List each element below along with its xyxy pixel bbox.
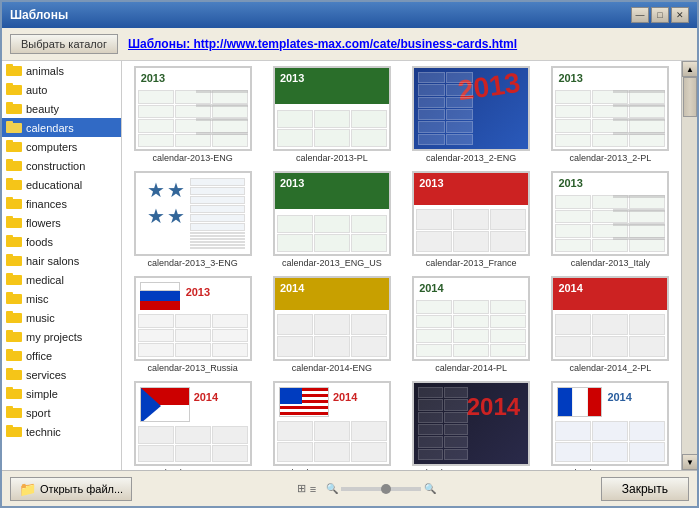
folder-icon bbox=[6, 386, 22, 401]
gallery-item[interactable]: ★★★★calendar-2013_3-ENG bbox=[127, 171, 258, 268]
sidebar-item-medical[interactable]: medical bbox=[2, 270, 121, 289]
svg-rect-13 bbox=[6, 178, 13, 182]
gallery-item[interactable]: 2013calendar-2013-ENG bbox=[127, 66, 258, 163]
gallery-item-label: calendar-2013_ENG_US bbox=[282, 258, 382, 268]
sidebar-item-label: music bbox=[26, 312, 55, 324]
svg-rect-21 bbox=[6, 254, 13, 258]
open-file-button[interactable]: 📁 Открыть файл... bbox=[10, 477, 132, 501]
folder-icon bbox=[6, 329, 22, 344]
svg-rect-29 bbox=[6, 330, 13, 334]
gallery-item[interactable]: 2013calendar-2013_ENG_US bbox=[266, 171, 397, 268]
scroll-track[interactable] bbox=[682, 77, 697, 454]
folder-icon bbox=[6, 272, 22, 287]
gallery-item[interactable]: 2014calendar-2014_CZ bbox=[127, 381, 258, 470]
sidebar-item-beauty[interactable]: beauty bbox=[2, 99, 121, 118]
sidebar-item-label: services bbox=[26, 369, 66, 381]
url-link[interactable]: Шаблоны: http://www.templates-max.com/ca… bbox=[128, 37, 517, 51]
svg-rect-9 bbox=[6, 140, 13, 144]
sidebar-item-label: misc bbox=[26, 293, 49, 305]
gallery-item[interactable]: 2014calendar-2014-PL bbox=[406, 276, 537, 373]
close-button[interactable]: Закрыть bbox=[601, 477, 689, 501]
scroll-thumb[interactable] bbox=[683, 77, 697, 117]
sidebar-item-office[interactable]: office bbox=[2, 346, 121, 365]
open-file-label: Открыть файл... bbox=[40, 483, 123, 495]
sidebar-item-construction[interactable]: construction bbox=[2, 156, 121, 175]
sidebar-item-misc[interactable]: misc bbox=[2, 289, 121, 308]
sidebar-item-music[interactable]: music bbox=[2, 308, 121, 327]
zoom-out-icon[interactable]: 🔍 bbox=[326, 483, 338, 494]
titlebar: Шаблоны — □ ✕ bbox=[2, 2, 697, 28]
sidebar-item-sport[interactable]: sport bbox=[2, 403, 121, 422]
sidebar-item-computers[interactable]: computers bbox=[2, 137, 121, 156]
toolbar: Выбрать каталог Шаблоны: http://www.temp… bbox=[2, 28, 697, 61]
gallery-item[interactable]: 2014calendar-2014_France bbox=[545, 381, 676, 470]
gallery-item[interactable]: 2013calendar-2013_2-PL bbox=[545, 66, 676, 163]
minimize-button[interactable]: — bbox=[631, 7, 649, 23]
thumbnail: 2014 bbox=[134, 381, 252, 466]
gallery-item-label: calendar-2013_2-PL bbox=[570, 153, 652, 163]
svg-rect-33 bbox=[6, 368, 13, 372]
thumbnail: 2013 bbox=[412, 66, 530, 151]
svg-rect-35 bbox=[6, 387, 13, 391]
gallery-item-label: calendar-2013_2-ENG bbox=[426, 153, 516, 163]
sidebar-item-educational[interactable]: educational bbox=[2, 175, 121, 194]
svg-rect-23 bbox=[6, 273, 13, 277]
gallery-grid: 2013calendar-2013-ENG2013calendar-2013-P… bbox=[127, 66, 676, 470]
maximize-button[interactable]: □ bbox=[651, 7, 669, 23]
thumbnail: 2014 bbox=[273, 276, 391, 361]
gallery-item[interactable]: 2013calendar-2013-PL bbox=[266, 66, 397, 163]
sidebar-item-my-projects[interactable]: my projects bbox=[2, 327, 121, 346]
folder-icon bbox=[6, 310, 22, 325]
select-folder-button[interactable]: Выбрать каталог bbox=[10, 34, 118, 54]
close-window-button[interactable]: ✕ bbox=[671, 7, 689, 23]
gallery-item[interactable]: 2013calendar-2013_2-ENG bbox=[406, 66, 537, 163]
gallery-item[interactable]: 2013calendar-2013_France bbox=[406, 171, 537, 268]
sidebar-item-label: auto bbox=[26, 84, 47, 96]
sidebar-item-calendars[interactable]: calendars bbox=[2, 118, 121, 137]
thumbnail: 2014 bbox=[412, 276, 530, 361]
sidebar-item-label: construction bbox=[26, 160, 85, 172]
svg-rect-11 bbox=[6, 159, 13, 163]
folder-icon bbox=[6, 177, 22, 192]
gallery-item[interactable]: 2013calendar-2013_Italy bbox=[545, 171, 676, 268]
gallery-item[interactable]: 2014calendar-2014_ENG_US_2 bbox=[406, 381, 537, 470]
scroll-down-button[interactable]: ▼ bbox=[682, 454, 697, 470]
thumbnail: 2014 bbox=[551, 276, 669, 361]
sidebar-item-hair-salons[interactable]: hair salons bbox=[2, 251, 121, 270]
sidebar-item-simple[interactable]: simple bbox=[2, 384, 121, 403]
zoom-thumb[interactable] bbox=[381, 484, 391, 494]
sidebar-item-flowers[interactable]: flowers bbox=[2, 213, 121, 232]
svg-rect-25 bbox=[6, 292, 13, 296]
folder-icon bbox=[6, 405, 22, 420]
gallery-item-label: calendar-2014-PL bbox=[435, 363, 507, 373]
gallery-item[interactable]: 2014calendar-2014_ENG_US bbox=[266, 381, 397, 470]
sidebar-item-finances[interactable]: finances bbox=[2, 194, 121, 213]
folder-icon bbox=[6, 63, 22, 78]
svg-rect-31 bbox=[6, 349, 13, 353]
gallery-area[interactable]: 2013calendar-2013-ENG2013calendar-2013-P… bbox=[122, 61, 681, 470]
svg-rect-15 bbox=[6, 197, 13, 201]
scroll-up-button[interactable]: ▲ bbox=[682, 61, 697, 77]
zoom-control: 🔍 🔍 bbox=[326, 483, 436, 494]
folder-icon bbox=[6, 348, 22, 363]
sidebar-item-technic[interactable]: technic bbox=[2, 422, 121, 441]
svg-rect-19 bbox=[6, 235, 13, 239]
gallery-item[interactable]: 2013calendar-2013_Russia bbox=[127, 276, 258, 373]
sidebar-item-foods[interactable]: foods bbox=[2, 232, 121, 251]
sidebar-item-auto[interactable]: auto bbox=[2, 80, 121, 99]
folder-icon bbox=[6, 101, 22, 116]
svg-rect-3 bbox=[6, 83, 13, 87]
sidebar-item-services[interactable]: services bbox=[2, 365, 121, 384]
gallery-item[interactable]: 2014calendar-2014_2-PL bbox=[545, 276, 676, 373]
folder-icon bbox=[6, 291, 22, 306]
sidebar-item-label: flowers bbox=[26, 217, 61, 229]
gallery-item-label: calendar-2013-PL bbox=[296, 153, 368, 163]
thumbnail: 2013 bbox=[551, 171, 669, 256]
thumbnail: 2013 bbox=[412, 171, 530, 256]
gallery-item[interactable]: 2014calendar-2014-ENG bbox=[266, 276, 397, 373]
zoom-in-icon[interactable]: 🔍 bbox=[424, 483, 436, 494]
sidebar-item-label: technic bbox=[26, 426, 61, 438]
sidebar-item-animals[interactable]: animals bbox=[2, 61, 121, 80]
zoom-slider[interactable] bbox=[341, 487, 421, 491]
folder-icon bbox=[6, 139, 22, 154]
